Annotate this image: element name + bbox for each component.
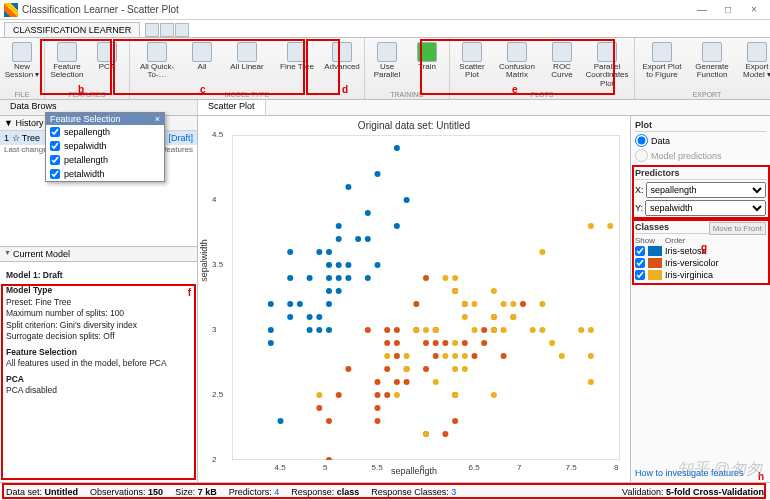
move-to-front-button[interactable]: Move to Front (709, 222, 766, 235)
svg-point-56 (394, 327, 400, 333)
annotation-d: d (342, 84, 348, 95)
feature-checkbox[interactable] (50, 127, 60, 137)
svg-point-104 (462, 301, 468, 307)
x-predictor-select[interactable]: sepallength (646, 182, 766, 198)
use-parallel-button[interactable]: Use Parallel (367, 40, 407, 91)
predictors-header: Predictors (635, 168, 766, 180)
qat-icon[interactable] (145, 23, 159, 37)
ribbon-tab-row: CLASSIFICATION LEARNER (0, 20, 770, 38)
generate-function-button[interactable]: Generate Function (687, 40, 737, 91)
svg-point-87 (404, 353, 410, 359)
svg-point-44 (365, 327, 371, 333)
group-label-file: FILE (2, 91, 42, 99)
qat-icon[interactable] (160, 23, 174, 37)
svg-point-25 (336, 236, 342, 242)
svg-point-1 (268, 340, 274, 346)
current-model-body: Model 1: Draft Model Type Preset: Fine T… (0, 262, 197, 482)
roc-curve-button[interactable]: ROC Curve (542, 40, 582, 91)
export-fig-icon (652, 42, 672, 62)
svg-point-70 (452, 418, 458, 424)
minimize-button[interactable]: — (690, 2, 714, 18)
annotation-f: f (188, 286, 191, 300)
feature-checkbox-row[interactable]: petalwidth (46, 167, 164, 181)
chart-canvas[interactable]: sepalwidth 4.555.566.577.5822.533.544.5 (232, 135, 620, 460)
svg-point-55 (394, 340, 400, 346)
export-figure-button[interactable]: Export Plot to Figure (637, 40, 687, 91)
svg-point-29 (345, 184, 351, 190)
export-model-button[interactable]: Export Model ▾ (737, 40, 770, 91)
svg-point-80 (501, 353, 507, 359)
svg-point-38 (404, 197, 410, 203)
scatter-plot-button[interactable]: Scatter Plot (452, 40, 492, 91)
svg-point-60 (413, 301, 419, 307)
annotation-h: h (758, 471, 764, 482)
close-button[interactable]: × (742, 2, 766, 18)
train-button[interactable]: Train (407, 40, 447, 91)
svg-point-76 (481, 340, 487, 346)
classes-header: ClassesMove to Front (635, 222, 766, 234)
svg-point-34 (375, 262, 381, 268)
svg-point-69 (442, 340, 448, 346)
svg-point-19 (326, 275, 332, 281)
svg-point-120 (559, 353, 565, 359)
feature-checkbox-row[interactable]: petallength (46, 153, 164, 167)
model-all-quick-button[interactable]: All Quick-To-… (132, 40, 182, 91)
matrix-icon (507, 42, 527, 62)
svg-point-18 (326, 288, 332, 294)
svg-point-5 (287, 314, 293, 320)
class-row[interactable]: Iris-versicolor (635, 257, 766, 269)
maximize-button[interactable]: □ (716, 2, 740, 18)
popup-close-icon[interactable]: × (155, 114, 160, 124)
pca-button[interactable]: PCA (87, 40, 127, 91)
radio-data[interactable] (635, 134, 648, 147)
play-icon (417, 42, 437, 62)
svg-point-21 (326, 249, 332, 255)
class-checkbox[interactable] (635, 258, 645, 268)
feature-checkbox-row[interactable]: sepallength (46, 125, 164, 139)
svg-point-11 (307, 314, 313, 320)
help-link[interactable]: How to investigate features (635, 468, 766, 478)
class-checkbox[interactable] (635, 246, 645, 256)
svg-point-86 (404, 366, 410, 372)
svg-point-97 (452, 353, 458, 359)
parallel-coords-button[interactable]: Parallel Coordinates Plot (582, 40, 632, 91)
svg-point-125 (588, 223, 594, 229)
current-model-header[interactable]: Current Model (0, 246, 197, 262)
svg-point-12 (307, 275, 313, 281)
qat-icon[interactable] (175, 23, 189, 37)
new-session-button[interactable]: New Session ▾ (2, 40, 42, 91)
feature-checkbox[interactable] (50, 169, 60, 179)
class-row[interactable]: Iris-virginica (635, 269, 766, 281)
svg-point-50 (384, 366, 390, 372)
svg-rect-0 (232, 135, 620, 460)
feature-checkbox-row[interactable]: sepalwidth (46, 139, 164, 153)
ribbon-tab-classification[interactable]: CLASSIFICATION LEARNER (4, 22, 140, 37)
code-icon (702, 42, 722, 62)
class-swatch (648, 246, 662, 256)
svg-point-4 (278, 418, 284, 424)
svg-point-63 (423, 340, 429, 346)
model-fine-tree-button[interactable]: Fine Tree (272, 40, 322, 91)
svg-point-37 (394, 145, 400, 151)
svg-point-95 (452, 392, 458, 398)
annotation-b: b (78, 84, 84, 95)
svg-point-41 (326, 418, 332, 424)
svg-point-90 (423, 327, 429, 333)
y-predictor-select[interactable]: sepalwidth (645, 200, 766, 216)
class-checkbox[interactable] (635, 270, 645, 280)
svg-point-82 (520, 301, 526, 307)
svg-point-111 (501, 327, 507, 333)
svg-point-33 (365, 210, 371, 216)
feature-checkbox[interactable] (50, 155, 60, 165)
svg-point-46 (375, 405, 381, 411)
svg-point-43 (345, 366, 351, 372)
feature-checkbox[interactable] (50, 141, 60, 151)
svg-point-116 (539, 327, 545, 333)
svg-point-22 (336, 288, 342, 294)
svg-point-20 (326, 262, 332, 268)
group-label-plots: PLOTS (452, 91, 632, 99)
svg-point-32 (365, 236, 371, 242)
tab-scatter-plot[interactable]: Scatter Plot (198, 100, 266, 115)
svg-point-64 (423, 275, 429, 281)
model-all-linear-button[interactable]: All Linear (222, 40, 272, 91)
